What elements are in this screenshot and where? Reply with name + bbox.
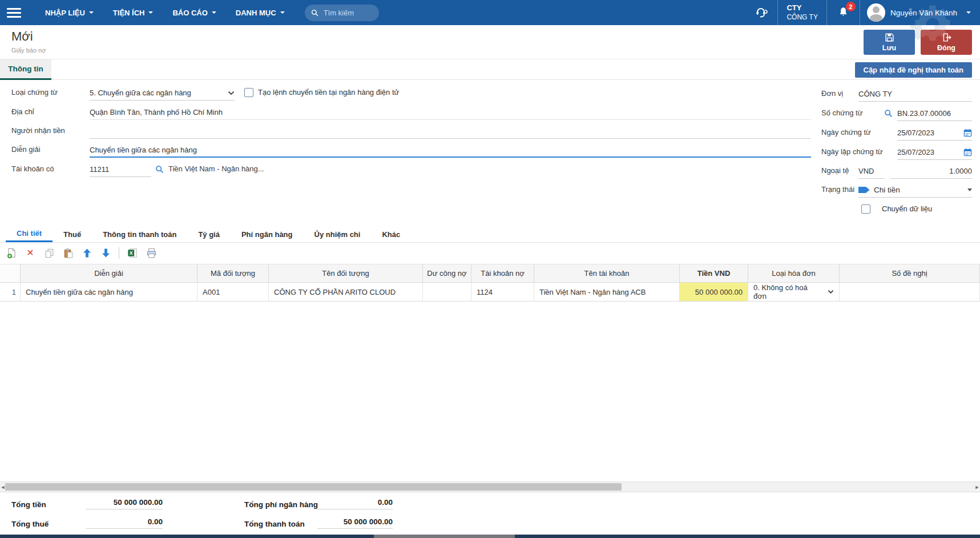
document-form: Loại chứng từ 5. Chuyển giữa các ngân hà… <box>0 80 980 226</box>
export-excel-button[interactable]: X <box>127 247 138 259</box>
add-row-button[interactable] <box>6 247 17 259</box>
arrow-down-icon <box>101 248 111 258</box>
menu-bao-cao[interactable]: BÁO CÁO <box>163 0 225 25</box>
page-title: Mới <box>11 29 33 44</box>
company-name: CÔNG TY <box>787 13 817 22</box>
move-row-up-button[interactable] <box>81 247 92 259</box>
notification-badge: 2 <box>846 2 856 11</box>
col-so-de-nghi[interactable]: Số đề nghị <box>840 264 980 283</box>
company-code: CTY <box>787 3 817 13</box>
horizontal-scrollbar[interactable]: ◄ ► <box>0 481 980 492</box>
detail-tab-khac[interactable]: Khác <box>371 226 411 242</box>
chevron-down-icon <box>966 11 971 14</box>
search-icon <box>311 9 318 17</box>
bottom-bar-segment <box>374 535 515 538</box>
doc-no-label: Số chứng từ <box>821 109 862 117</box>
cell-loai-hoa-don[interactable]: 0. Không có hoá đơn <box>748 283 840 302</box>
col-tien-vnd[interactable]: Tiền VND <box>680 264 748 283</box>
doc-no-lookup-button[interactable] <box>884 109 893 118</box>
update-payment-request-button[interactable]: Cập nhật đề nghị thanh toán <box>855 62 973 78</box>
notifications-button[interactable]: 2 <box>827 0 860 25</box>
unit-input[interactable]: CÔNG TY <box>858 87 972 102</box>
hamburger-menu-icon[interactable] <box>0 0 26 25</box>
cell-tien-vnd[interactable]: 50 000 000.00 <box>680 283 748 302</box>
cell-tai-khoan-no[interactable]: 1124 <box>471 283 534 302</box>
chevron-down-icon <box>148 11 153 14</box>
total-bank-fee-value: 0.00 <box>317 498 393 509</box>
menu-label: DANH MỤC <box>236 9 276 17</box>
floppy-save-icon <box>885 33 894 42</box>
menu-nhap-lieu[interactable]: NHẬP LIỆU <box>35 0 103 25</box>
detail-tab-thong-tin-thanh-toan[interactable]: Thông tin thanh toán <box>92 226 187 242</box>
bottom-bar <box>0 535 980 538</box>
search-input[interactable] <box>322 8 373 18</box>
headset-support-icon <box>753 5 769 20</box>
col-dien-giai[interactable]: Diễn giải <box>21 264 197 283</box>
support-button[interactable] <box>744 0 777 25</box>
print-button[interactable] <box>146 247 157 259</box>
search-box[interactable] <box>305 5 379 21</box>
menu-tien-ich[interactable]: TIỆN ÍCH <box>103 0 163 25</box>
col-ten-doi-tuong[interactable]: Tên đối tượng <box>269 264 423 283</box>
app-screen: NHẬP LIỆU TIỆN ÍCH BÁO CÁO DANH MỤC <box>0 0 980 538</box>
cell-ma-doi-tuong[interactable]: A001 <box>197 283 269 302</box>
arrow-up-icon <box>82 248 92 258</box>
detail-tab-phi-ngan-hang[interactable]: Phí ngân hàng <box>231 226 304 242</box>
created-date-input[interactable]: 25/07/2023 <box>897 145 972 160</box>
cell-ten-doi-tuong[interactable]: CÔNG TY CỔ PHẦN ARITO CLOUD <box>269 283 423 302</box>
form-row-unit: Đơn vị CÔNG TY <box>0 87 980 102</box>
col-ten-tai-khoan[interactable]: Tên tài khoản <box>534 264 680 283</box>
total-payment-value: 50 000 000.00 <box>317 517 393 529</box>
detail-tab-uy-nhiem-chi[interactable]: Ủy nhiệm chi <box>304 226 372 242</box>
detail-tab-ty-gia[interactable]: Tỷ giá <box>187 226 231 242</box>
page-header: Mới Giấy báo nợ Lưu Đóng <box>0 25 980 59</box>
chevron-down-icon <box>212 11 216 14</box>
transfer-data-checkbox[interactable] <box>861 204 870 214</box>
chevron-down-icon <box>828 290 834 294</box>
grid-data-row: 1 Chuyển tiền giữa các ngân hàng A001 CÔ… <box>0 283 980 302</box>
currency-label: Ngoại tệ <box>821 166 849 175</box>
chevron-down-icon <box>967 188 972 191</box>
cell-so-de-nghi[interactable] <box>840 283 980 302</box>
col-ma-doi-tuong[interactable]: Mã đối tượng <box>197 264 269 283</box>
save-button[interactable]: Lưu <box>864 30 915 55</box>
exchange-rate-input[interactable]: 1.0000 <box>890 164 972 179</box>
menu-danh-muc[interactable]: DANH MỤC <box>226 0 295 25</box>
doc-date-input[interactable]: 25/07/2023 <box>897 126 972 140</box>
doc-no-input[interactable]: BN.23.07.00006 <box>897 106 972 121</box>
doc-date-picker-button[interactable] <box>963 129 972 137</box>
currency-code-input[interactable]: VND <box>858 164 885 179</box>
cell-ten-tai-khoan[interactable]: Tiền Việt Nam - Ngân hàng ACB <box>534 283 680 302</box>
paste-row-button[interactable] <box>62 247 74 259</box>
col-du-cong-no[interactable]: Dư công nợ <box>423 264 471 283</box>
cell-du-cong-no[interactable] <box>423 283 471 302</box>
created-date-picker-button[interactable] <box>963 148 972 156</box>
menu-label: BÁO CÁO <box>172 9 207 17</box>
col-tai-khoan-no[interactable]: Tài khoản nợ <box>471 264 534 283</box>
top-navbar: NHẬP LIỆU TIỆN ÍCH BÁO CÁO DANH MỤC <box>0 0 980 25</box>
printer-icon <box>146 248 157 259</box>
form-row-status: Trạng thái Chi tiền <box>0 183 980 198</box>
status-select[interactable]: Chi tiền <box>858 183 972 198</box>
detail-tab-thue[interactable]: Thuế <box>53 226 92 242</box>
doc-no-value: BN.23.07.00006 <box>897 109 951 118</box>
delete-x-icon: ✕ <box>26 248 34 258</box>
company-switcher[interactable]: CTY CÔNG TY <box>778 3 826 21</box>
copy-row-button[interactable] <box>43 247 55 259</box>
delete-row-button[interactable]: ✕ <box>25 247 36 259</box>
save-label: Lưu <box>882 44 896 52</box>
chevron-down-icon <box>280 11 285 14</box>
detail-grid: Diễn giải Mã đối tượng Tên đối tượng Dư … <box>0 264 980 302</box>
user-menu[interactable]: Nguyễn Văn Khánh <box>860 0 980 25</box>
total-tax-label: Tổng thuế <box>11 520 49 528</box>
scrollbar-thumb[interactable] <box>5 483 622 491</box>
tab-thong-tin[interactable]: Thông tin <box>0 59 51 80</box>
chevron-down-icon <box>89 11 94 14</box>
move-row-down-button[interactable] <box>100 247 111 259</box>
col-loai-hoa-don[interactable]: Loại hóa đơn <box>748 264 840 283</box>
detail-tab-chi-tiet[interactable]: Chi tiết <box>6 226 53 242</box>
excel-icon: X <box>127 248 138 258</box>
scroll-right-arrow[interactable]: ► <box>974 482 980 492</box>
cell-dien-giai[interactable]: Chuyển tiền giữa các ngân hàng <box>21 283 197 302</box>
row-number-cell: 1 <box>0 283 21 302</box>
